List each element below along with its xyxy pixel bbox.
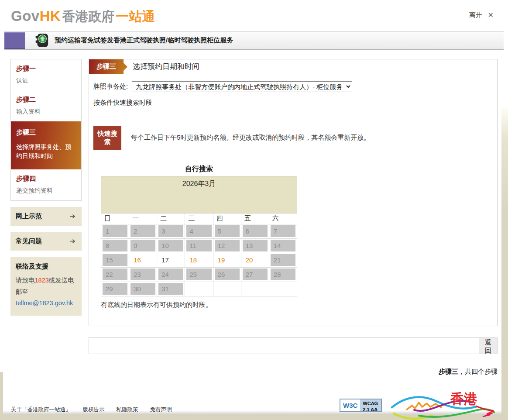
arrow-right-icon [70,238,76,245]
calendar-date-disabled: 14 [271,240,295,251]
service-title: 预约运输署免试签发香港正式驾驶执照/临时驾驶执照柜位服务 [55,36,233,45]
step-progress-current: 步骤三 [439,368,458,375]
leave-label: 离开 [469,11,482,19]
calendar-cell: 14 [269,238,297,253]
calendar-weekday: 日 [101,213,129,224]
panel-body: 牌照事务处: 九龙牌照事务处（非智方便账户的内地正式驾驶执照持有人）- 柜位服务… [89,74,497,326]
calendar-date-disabled: 21 [271,254,295,266]
sidebar-step-3[interactable]: 步骤三选择牌照事务处、预约日期和时间 [11,121,81,169]
calendar-date-disabled: 15 [103,254,127,266]
calendar-date-disabled: 26 [215,269,240,280]
calendar: 2026年3月日一二三四五六12345678910111213141516171… [101,176,297,296]
calendar-date-disabled: 22 [103,269,127,280]
calendar-date-disabled: 7 [271,225,295,237]
calendar-date-disabled: 13 [243,240,268,251]
contact-body: 请致电1823或发送电邮至 tellme@1823.gov.hk [16,275,76,309]
sidebar-link-label: 网上示范 [16,212,42,220]
calendar-weekday: 三 [185,213,213,224]
step-title: 步骤四 [16,175,76,183]
calendar-weekday: 六 [269,213,297,224]
contact-title: 联络及支援 [16,262,76,271]
footer-link[interactable]: 版权告示 [83,406,105,413]
back-button[interactable]: 返回 [479,338,497,354]
footer-link[interactable]: 免责声明 [150,406,172,413]
calendar-cell: 22 [101,267,129,282]
calendar-date-disabled: 1 [103,225,127,237]
calendar-date-available[interactable]: 20 [246,256,253,264]
service-banner: 预约运输署免试签发香港正式驾驶执照/临时驾驶执照柜位服务 [4,31,504,50]
govhk-logo[interactable]: GovHK香港政府一站通 [11,9,155,23]
calendar-date-disabled: 12 [215,240,240,251]
sidebar-quick-links: 网上示范常见问题 [10,207,82,251]
calendar-cell: 15 [101,253,129,267]
calendar-date-disabled: 5 [215,225,240,237]
calendar-date-empty [213,282,241,296]
calendar-cell[interactable]: 17 [157,253,185,267]
calendar-date-available[interactable]: 17 [161,256,169,264]
calendar-date-disabled: 10 [158,240,183,251]
step-subtitle: 递交预约资料 [16,186,76,195]
calendar-date-disabled: 2 [130,225,155,237]
calendar-date-disabled: 23 [130,269,155,280]
office-label: 牌照事务处: [93,83,128,91]
calendar-cell: 27 [241,267,269,282]
sidebar-step-2[interactable]: 步骤二输入资料 [11,90,81,121]
calendar-weekday: 四 [213,213,241,224]
calendar-cell[interactable]: 20 [241,253,269,267]
calendar-cell: 12 [213,238,241,253]
calendar-cell[interactable]: 19 [213,253,241,267]
logo-text-gov: Gov [11,9,40,23]
sidebar-step-1[interactable]: 步骤一认证 [11,59,81,90]
calendar-cell: 26 [213,267,241,282]
calendar-cell: 30 [129,282,157,296]
step-badge-label: 步骤三 [96,62,116,71]
wcag-line1: WCAG [363,400,378,406]
calendar-week-row: 1234567 [101,224,297,238]
calendar-date-empty [185,282,213,296]
calendar-cell: 25 [185,267,213,282]
calendar-cell: 21 [269,253,297,267]
sidebar-steps: 步骤一认证步骤二输入资料步骤三选择牌照事务处、预约日期和时间步骤四递交预约资料 [10,59,82,201]
calendar-date-disabled: 30 [130,283,155,295]
calendar-week-row: 293031 [101,282,297,296]
quota-note: 每个工作日下午5时更新预约名额。经更改或取消的预约时段，其名额会重新开放。 [131,134,370,142]
step-subtitle: 认证 [16,76,76,85]
sidebar-link[interactable]: 网上示范 [10,207,82,226]
calendar-cell: 28 [269,267,297,282]
arrow-right-icon [70,213,76,220]
calendar-date-available[interactable]: 18 [189,256,197,264]
calendar-date-available[interactable]: 16 [134,256,141,264]
calendar-cell: 1 [101,224,129,238]
footer-link[interactable]: 私隐政策 [117,406,138,413]
contact-email-link[interactable]: tellme@1823.gov.hk [16,297,73,309]
main-panel: 步骤三 选择预约日期和时间 牌照事务处: 九龙牌照事务处（非智方便账户的内地正式… [89,59,498,326]
calendar-date-available[interactable]: 19 [218,256,225,264]
calendar-date-empty [241,282,269,296]
calendar-weekday: 二 [157,213,185,224]
contact-phone: 1823 [35,277,49,284]
leave-button[interactable]: 离开 ✕ [469,11,494,19]
calendar-date-disabled: 24 [158,269,183,280]
calendar-cell: 10 [157,238,185,253]
calendar-note: 有底线的日期表示有可供预约的时段。 [101,301,493,326]
calendar-date-disabled: 27 [243,269,268,280]
calendar-date-disabled: 11 [186,240,211,251]
sidebar: 步骤一认证步骤二输入资料步骤三选择牌照事务处、预约日期和时间步骤四递交预约资料 … [10,59,82,376]
calendar-cell: 2 [129,224,157,238]
wcag-badge[interactable]: W3C WCAG 2.1 AA [340,399,382,412]
page-title: 选择预约日期和时间 [133,62,199,72]
calendar-cell[interactable]: 16 [129,253,157,267]
calendar-date-disabled: 31 [158,283,183,295]
office-row: 牌照事务处: 九龙牌照事务处（非智方便账户的内地正式驾驶执照持有人）- 柜位服务 [93,81,493,92]
sidebar-link[interactable]: 常见问题 [10,232,82,251]
calendar-cell[interactable]: 18 [185,253,213,267]
office-select[interactable]: 九龙牌照事务处（非智方便账户的内地正式驾驶执照持有人）- 柜位服务 [132,81,352,92]
contact-box: 联络及支援 请致电1823或发送电邮至 tellme@1823.gov.hk [10,257,82,316]
footer-link[interactable]: 关于「香港政府一站通」 [11,406,71,413]
calendar-week-row: 15161718192021 [101,253,297,267]
close-icon: ✕ [488,11,494,19]
quick-filter-hint: 按条件快速搜索时段 [93,99,493,107]
calendar-cell: 9 [129,238,157,253]
quick-search-button[interactable]: 快速搜索 [93,126,121,150]
sidebar-step-4[interactable]: 步骤四递交预约资料 [11,169,81,200]
